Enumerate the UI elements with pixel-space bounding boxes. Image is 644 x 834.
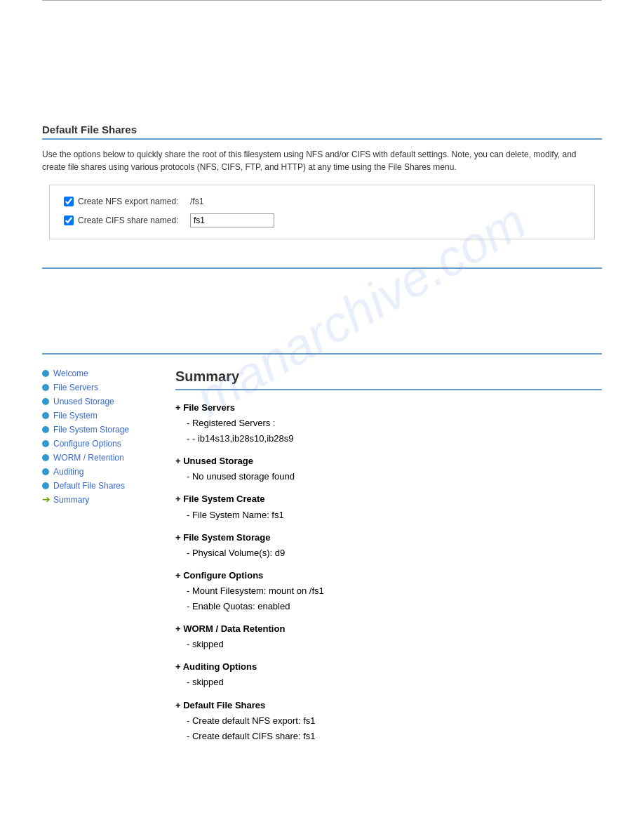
nfs-value: /fs1 <box>190 197 203 206</box>
summary-heading-5: + WORM / Data Retention <box>175 621 602 637</box>
bottom-section: WelcomeFile ServersUnused StorageFile Sy… <box>0 369 644 751</box>
divider-2 <box>42 353 602 355</box>
cifs-checkbox[interactable] <box>64 216 74 225</box>
summary-line-2-0: - File System Name: fs1 <box>187 508 602 523</box>
nfs-label: Create NFS export named: <box>78 197 190 206</box>
bullet-icon <box>42 426 49 433</box>
summary-heading-0: + File Servers <box>175 400 602 416</box>
top-divider <box>42 0 602 1</box>
summary-heading-4: + Configure Options <box>175 568 602 583</box>
sidebar-link-unused-storage[interactable]: Unused Storage <box>53 397 114 406</box>
summary-section-0: + File Servers - Registered Servers : - … <box>175 400 602 446</box>
default-file-shares-section: Default File Shares Use the options belo… <box>0 110 644 253</box>
summary-heading-7: + Default File Shares <box>175 698 602 713</box>
summary-heading-3: + File System Storage <box>175 530 602 545</box>
bullet-icon <box>42 468 49 475</box>
sidebar-item-default-file-shares[interactable]: Default File Shares <box>42 481 154 491</box>
divider-1 <box>42 267 602 269</box>
bullet-icon <box>42 370 49 377</box>
sidebar-link-file-system-storage[interactable]: File System Storage <box>53 425 129 435</box>
summary-section-2: + File System Create - File System Name:… <box>175 491 602 522</box>
sidebar-link-summary[interactable]: Summary <box>53 495 89 505</box>
summary-line-7-1: - Create default CIFS share: fs1 <box>187 729 602 744</box>
summary-line-1-0: - No unused storage found <box>187 469 602 484</box>
bullet-icon <box>42 384 49 391</box>
summary-line-0-0: - Registered Servers : <box>187 416 602 431</box>
summary-line-5-0: - skipped <box>187 637 602 652</box>
bullet-icon <box>42 398 49 405</box>
shares-box: Create NFS export named: /fs1 Create CIF… <box>49 185 595 239</box>
summary-section-7: + Default File Shares - Create default N… <box>175 698 602 744</box>
summary-heading-2: + File System Create <box>175 491 602 507</box>
sidebar-link-default-file-shares[interactable]: Default File Shares <box>53 481 125 491</box>
summary-line-0-1: - - ib14s13,ib28s10,ib28s9 <box>187 431 602 446</box>
summary-section-5: + WORM / Data Retention - skipped <box>175 621 602 652</box>
sidebar-item-file-system-storage[interactable]: File System Storage <box>42 425 154 435</box>
sidebar-item-unused-storage[interactable]: Unused Storage <box>42 397 154 406</box>
sidebar-link-worm-retention[interactable]: WORM / Retention <box>53 453 124 463</box>
sidebar-item-worm-retention[interactable]: WORM / Retention <box>42 453 154 463</box>
bullet-icon <box>42 454 49 461</box>
summary-panel: Summary + File Servers - Registered Serv… <box>175 369 602 751</box>
summary-line-6-0: - skipped <box>187 675 602 690</box>
summary-heading-1: + Unused Storage <box>175 454 602 469</box>
sidebar-link-auditing[interactable]: Auditing <box>53 467 83 477</box>
summary-line-3-0: - Physical Volume(s): d9 <box>187 545 602 561</box>
summary-heading-6: + Auditing Options <box>175 659 602 675</box>
spacer <box>0 283 644 339</box>
section-title: Default File Shares <box>42 124 602 140</box>
arrow-icon <box>42 496 51 504</box>
summary-line-4-0: - Mount Filesystem: mount on /fs1 <box>187 583 602 599</box>
bullet-icon <box>42 440 49 447</box>
summary-line-4-1: - Enable Quotas: enabled <box>187 599 602 614</box>
sidebar-item-configure-options[interactable]: Configure Options <box>42 439 154 449</box>
sidebar-item-file-system[interactable]: File System <box>42 411 154 421</box>
sidebar-link-file-system[interactable]: File System <box>53 411 98 421</box>
cifs-input[interactable] <box>190 213 274 227</box>
sidebar-link-welcome[interactable]: Welcome <box>53 369 88 378</box>
cifs-label: Create CIFS share named: <box>78 216 190 225</box>
sidebar-item-summary[interactable]: Summary <box>42 495 154 505</box>
summary-content: + File Servers - Registered Servers : - … <box>175 400 602 744</box>
summary-title: Summary <box>175 369 602 390</box>
sidebar-item-auditing[interactable]: Auditing <box>42 467 154 477</box>
summary-section-6: + Auditing Options - skipped <box>175 659 602 690</box>
section-description: Use the options below to quickly share t… <box>42 148 602 173</box>
sidebar: WelcomeFile ServersUnused StorageFile Sy… <box>42 369 154 751</box>
bullet-icon <box>42 412 49 419</box>
summary-section-3: + File System Storage - Physical Volume(… <box>175 530 602 561</box>
bullet-icon <box>42 482 49 489</box>
sidebar-item-welcome[interactable]: Welcome <box>42 369 154 378</box>
nfs-row: Create NFS export named: /fs1 <box>64 197 580 206</box>
nfs-checkbox[interactable] <box>64 197 74 206</box>
summary-section-4: + Configure Options - Mount Filesystem: … <box>175 568 602 614</box>
summary-line-7-0: - Create default NFS export: fs1 <box>187 713 602 729</box>
sidebar-item-file-servers[interactable]: File Servers <box>42 383 154 392</box>
summary-section-1: + Unused Storage - No unused storage fou… <box>175 454 602 484</box>
sidebar-link-configure-options[interactable]: Configure Options <box>53 439 121 449</box>
sidebar-link-file-servers[interactable]: File Servers <box>53 383 98 392</box>
cifs-row: Create CIFS share named: <box>64 213 580 227</box>
